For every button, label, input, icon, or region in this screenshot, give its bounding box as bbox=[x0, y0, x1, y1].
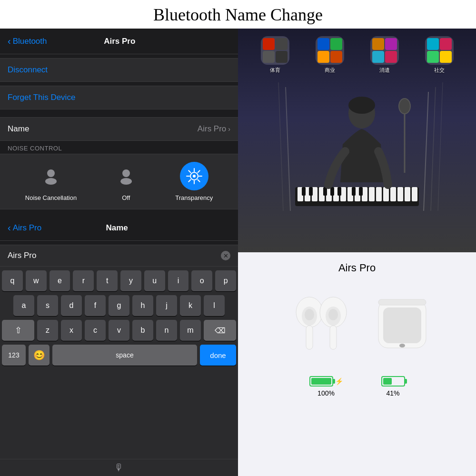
key-n[interactable]: n bbox=[156, 320, 177, 341]
keyboard-row-4: 123 😊 space done bbox=[2, 345, 236, 366]
svg-rect-26 bbox=[376, 187, 382, 201]
forget-section: Forget This Device bbox=[0, 82, 238, 109]
key-c[interactable]: c bbox=[85, 320, 106, 341]
svg-line-12 bbox=[198, 170, 199, 172]
key-v[interactable]: v bbox=[109, 320, 129, 341]
lightning-icon: ⚡ bbox=[335, 377, 343, 385]
folder-sports-label: 体育 bbox=[270, 67, 280, 74]
svg-point-40 bbox=[348, 97, 375, 114]
svg-rect-31 bbox=[412, 187, 417, 201]
keyboard-row-2: a s d f g h j k l bbox=[2, 295, 236, 316]
folder-leisure[interactable]: 消遣 bbox=[370, 36, 399, 74]
noise-control-section: Noise Cancellation Off bbox=[0, 154, 238, 209]
numbers-key[interactable]: 123 bbox=[2, 345, 26, 366]
svg-rect-25 bbox=[369, 187, 375, 201]
done-key[interactable]: done bbox=[200, 345, 236, 366]
key-g[interactable]: g bbox=[109, 295, 129, 316]
key-s[interactable]: s bbox=[37, 295, 58, 316]
svg-rect-27 bbox=[383, 187, 389, 201]
nav-back-button[interactable]: ‹ Bluetooth bbox=[8, 36, 47, 47]
key-w[interactable]: w bbox=[26, 270, 47, 291]
left-battery-percent: 100% bbox=[317, 389, 335, 397]
key-z[interactable]: z bbox=[37, 320, 58, 341]
key-m[interactable]: m bbox=[180, 320, 201, 341]
svg-rect-28 bbox=[390, 187, 396, 201]
disconnect-row[interactable]: Disconnect bbox=[0, 58, 238, 82]
space-key[interactable]: space bbox=[52, 345, 197, 366]
person-off-icon bbox=[117, 167, 135, 185]
keyboard-row-3: ⇧ z x c v b n m ⌫ bbox=[2, 320, 236, 341]
transparency-option[interactable]: Transparency bbox=[175, 162, 213, 201]
key-q[interactable]: q bbox=[2, 270, 23, 291]
mic-icon[interactable]: 🎙 bbox=[114, 462, 124, 473]
folder-social-label: 社交 bbox=[434, 67, 445, 74]
chevron-right-icon: › bbox=[228, 125, 230, 133]
forget-row[interactable]: Forget This Device bbox=[0, 86, 238, 109]
name-row-label: Name bbox=[8, 124, 29, 134]
person-icon bbox=[42, 167, 60, 185]
text-input-section: Airs Pro ✕ bbox=[0, 245, 238, 267]
noise-section-label: NOISE CONTROL bbox=[0, 141, 238, 154]
folder-business[interactable]: 商业 bbox=[316, 36, 344, 74]
svg-rect-58 bbox=[383, 307, 421, 343]
svg-point-1 bbox=[45, 178, 57, 185]
key-d[interactable]: d bbox=[61, 295, 82, 316]
key-p[interactable]: p bbox=[215, 270, 236, 291]
name-row-value: Airs Pro › bbox=[198, 124, 230, 134]
noise-cancellation-option[interactable]: Noise Cancellation bbox=[25, 162, 77, 201]
name-nav-back-button[interactable]: ‹ Airs Pro bbox=[8, 222, 41, 233]
airpods-card: Airs Pro bbox=[238, 252, 476, 476]
key-e[interactable]: e bbox=[50, 270, 70, 291]
key-b[interactable]: b bbox=[132, 320, 153, 341]
key-u[interactable]: u bbox=[144, 270, 165, 291]
transparency-icon-wrap bbox=[180, 162, 208, 190]
noise-off-option[interactable]: Off bbox=[112, 162, 140, 201]
svg-rect-32 bbox=[302, 187, 306, 196]
key-h[interactable]: h bbox=[132, 295, 153, 316]
keyboard: q w e r t y u i o p a s d f g h j k bbox=[0, 267, 238, 459]
nav-back-label[interactable]: Bluetooth bbox=[13, 37, 47, 46]
key-a[interactable]: a bbox=[13, 295, 34, 316]
airpods-illustration bbox=[283, 284, 431, 360]
key-j[interactable]: j bbox=[156, 295, 177, 316]
key-f[interactable]: f bbox=[85, 295, 106, 316]
right-battery: 41% bbox=[381, 376, 405, 397]
shift-key[interactable]: ⇧ bbox=[2, 320, 34, 341]
key-o[interactable]: o bbox=[191, 270, 212, 291]
forget-label: Forget This Device bbox=[8, 93, 75, 102]
key-t[interactable]: t bbox=[97, 270, 118, 291]
keyboard-row-1: q w e r t y u i o p bbox=[2, 270, 236, 291]
chevron-left-icon-2: ‹ bbox=[8, 222, 11, 233]
name-nav-back-label[interactable]: Airs Pro bbox=[13, 223, 41, 233]
svg-line-47 bbox=[278, 82, 283, 211]
folder-business-icon bbox=[316, 36, 344, 65]
backspace-key[interactable]: ⌫ bbox=[204, 320, 236, 341]
key-i[interactable]: i bbox=[168, 270, 189, 291]
key-y[interactable]: y bbox=[120, 270, 141, 291]
svg-rect-35 bbox=[330, 187, 334, 196]
svg-line-46 bbox=[286, 87, 290, 211]
svg-rect-30 bbox=[405, 187, 410, 201]
clear-input-button[interactable]: ✕ bbox=[221, 251, 230, 260]
key-l[interactable]: l bbox=[204, 295, 225, 316]
folder-sports[interactable]: 体育 bbox=[261, 36, 289, 74]
key-k[interactable]: k bbox=[180, 295, 201, 316]
svg-rect-38 bbox=[359, 187, 363, 196]
key-r[interactable]: r bbox=[73, 270, 94, 291]
right-battery-outer bbox=[381, 376, 405, 387]
left-battery-bar: ⚡ bbox=[309, 376, 343, 387]
noise-off-icon-wrap bbox=[112, 162, 140, 190]
piano-person-illustration bbox=[267, 78, 447, 211]
key-x[interactable]: x bbox=[61, 320, 82, 341]
text-input-value[interactable]: Airs Pro bbox=[8, 251, 221, 260]
name-row[interactable]: Name Airs Pro › bbox=[0, 117, 238, 141]
svg-line-43 bbox=[424, 92, 428, 211]
emoji-key[interactable]: 😊 bbox=[29, 345, 50, 366]
svg-line-45 bbox=[438, 82, 443, 211]
folder-social[interactable]: 社交 bbox=[425, 36, 454, 74]
name-nav-title: Name bbox=[41, 223, 192, 233]
app-icons-row: 体育 商业 bbox=[238, 29, 476, 78]
folder-leisure-icon bbox=[370, 36, 399, 65]
noise-cancellation-icon-wrap bbox=[37, 162, 65, 190]
svg-rect-29 bbox=[397, 187, 403, 201]
